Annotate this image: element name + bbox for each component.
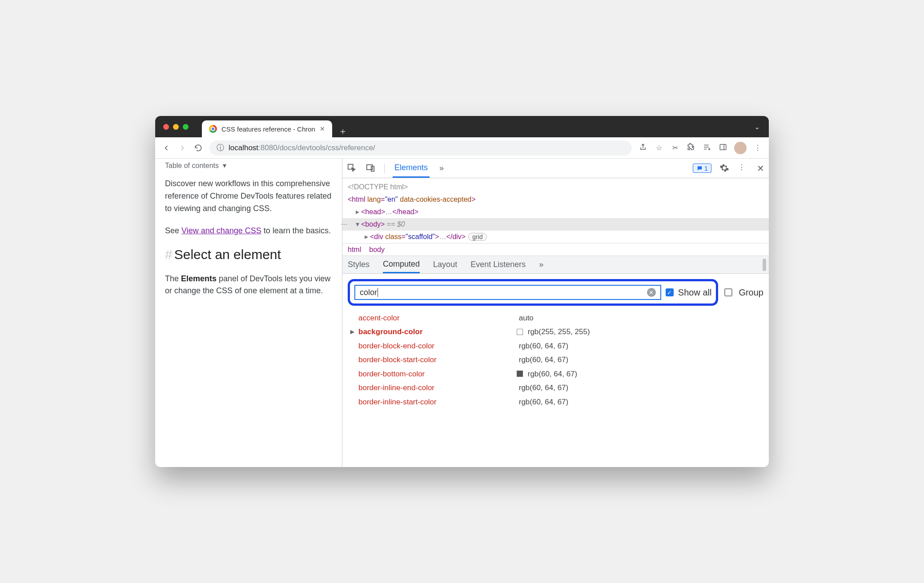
close-devtools-icon[interactable]: ✕ — [757, 163, 764, 174]
tab-title: CSS features reference - Chron — [221, 125, 315, 133]
property-name: ▸background-color — [348, 325, 517, 339]
bookmark-icon[interactable]: ☆ — [654, 144, 664, 152]
grid-badge[interactable]: grid — [468, 233, 486, 241]
forward-button — [177, 143, 187, 153]
reload-button[interactable] — [193, 143, 203, 153]
paragraph: See View and change CSS to learn the bas… — [165, 225, 332, 237]
tab-more-icon[interactable]: » — [438, 159, 446, 178]
property-row[interactable]: ▸background-color rgb(255, 255, 255) — [348, 325, 769, 339]
property-value: rgb(60, 64, 67) — [517, 395, 568, 409]
property-value: rgb(60, 64, 67) — [517, 381, 568, 395]
tab-list-chevron-icon[interactable]: ⌄ — [754, 123, 760, 131]
property-row[interactable]: border-block-end-color rgb(60, 64, 67) — [348, 339, 769, 353]
web-page: Table of contents ▾ Discover new workflo… — [155, 159, 342, 467]
subtab-event-listeners[interactable]: Event Listeners — [470, 256, 526, 273]
table-of-contents-toggle[interactable]: Table of contents ▾ — [165, 159, 332, 178]
dom-tree[interactable]: <!DOCTYPE html> <html lang="en" data-coo… — [342, 178, 769, 243]
clear-filter-icon[interactable]: ✕ — [647, 288, 656, 297]
anchor-hash-icon[interactable]: # — [165, 247, 173, 262]
expand-triangle-icon[interactable] — [356, 218, 359, 231]
browser-tab[interactable]: CSS features reference - Chron ✕ — [202, 120, 332, 137]
subtab-layout[interactable]: Layout — [433, 256, 457, 273]
computed-properties-list[interactable]: accent-color auto▸background-color rgb(2… — [342, 311, 769, 411]
property-row[interactable]: accent-color auto — [348, 311, 769, 325]
color-swatch-icon[interactable] — [517, 371, 523, 377]
svg-rect-0 — [720, 144, 726, 150]
expand-triangle-icon[interactable]: ▸ — [350, 325, 354, 339]
filter-input[interactable]: color ✕ — [354, 285, 661, 300]
property-name: border-inline-start-color — [348, 395, 517, 409]
show-all-checkbox[interactable]: ✓ — [666, 288, 674, 296]
share-icon[interactable] — [638, 143, 648, 153]
browser-window: CSS features reference - Chron ✕ ＋ ⌄ ⓘ l… — [155, 116, 769, 467]
site-info-icon[interactable]: ⓘ — [217, 143, 224, 153]
sidepanel-icon[interactable] — [718, 143, 728, 153]
subtab-styles[interactable]: Styles — [348, 256, 370, 273]
maximize-window-button[interactable] — [183, 124, 189, 130]
address-bar[interactable]: ⓘ localhost:8080/docs/devtools/css/refer… — [209, 140, 632, 156]
property-value: rgb(60, 64, 67) — [517, 339, 568, 353]
property-name: border-bottom-color — [348, 367, 517, 381]
browser-toolbar: ⓘ localhost:8080/docs/devtools/css/refer… — [155, 137, 769, 159]
paragraph: Discover new workflows in this comprehen… — [165, 178, 332, 215]
extensions-icon[interactable] — [686, 143, 696, 153]
property-name: border-block-start-color — [348, 353, 517, 367]
devtools-panel: Elements » 1 ⋮ ✕ <!DOCTYPE html> <html l… — [342, 159, 769, 467]
property-value: rgb(60, 64, 67) — [517, 353, 568, 367]
devtools-menu-icon[interactable]: ⋮ — [738, 163, 749, 174]
subtab-computed[interactable]: Computed — [383, 256, 420, 273]
paragraph: The Elements panel of DevTools lets you … — [165, 273, 332, 298]
property-name: accent-color — [348, 311, 517, 325]
back-button[interactable] — [161, 143, 171, 153]
tab-elements[interactable]: Elements — [393, 159, 430, 178]
inspect-element-icon[interactable] — [347, 163, 358, 174]
playlist-icon[interactable] — [702, 143, 712, 153]
device-toolbar-icon[interactable] — [366, 163, 376, 174]
settings-gear-icon[interactable] — [719, 163, 730, 174]
chrome-menu-icon[interactable]: ⋮ — [753, 144, 763, 152]
profile-avatar[interactable] — [734, 142, 747, 154]
group-checkbox[interactable] — [724, 288, 732, 296]
titlebar: CSS features reference - Chron ✕ ＋ ⌄ — [155, 116, 769, 137]
property-name: border-inline-end-color — [348, 381, 517, 395]
expand-triangle-icon[interactable] — [356, 206, 359, 218]
property-value: rgb(60, 64, 67) — [517, 367, 577, 381]
chrome-favicon-icon — [209, 125, 217, 133]
close-window-button[interactable] — [163, 124, 169, 130]
scissors-icon[interactable]: ✂ — [670, 144, 680, 152]
property-row[interactable]: border-inline-start-color rgb(60, 64, 67… — [348, 395, 769, 409]
close-tab-icon[interactable]: ✕ — [320, 125, 325, 132]
styles-subtabs: Styles Computed Layout Event Listeners » — [342, 256, 769, 274]
color-swatch-icon[interactable] — [517, 329, 523, 335]
link-view-change-css[interactable]: View and change CSS — [181, 226, 261, 235]
breadcrumb[interactable]: htmlbody — [342, 243, 769, 256]
issues-badge[interactable]: 1 — [693, 164, 711, 173]
property-row[interactable]: border-block-start-color rgb(60, 64, 67) — [348, 353, 769, 367]
property-value: rgb(255, 255, 255) — [517, 325, 590, 339]
expand-triangle-icon[interactable] — [365, 231, 368, 243]
property-name: border-block-end-color — [348, 339, 517, 353]
minimize-window-button[interactable] — [173, 124, 179, 130]
property-row[interactable]: border-bottom-color rgb(60, 64, 67) — [348, 367, 769, 381]
scrollbar[interactable] — [763, 259, 766, 271]
property-row[interactable]: border-inline-end-color rgb(60, 64, 67) — [348, 381, 769, 395]
new-tab-button[interactable]: ＋ — [338, 125, 347, 137]
devtools-tabbar: Elements » 1 ⋮ ✕ — [342, 159, 769, 178]
select-element-heading: #Select an element — [165, 247, 332, 262]
annotation-highlight: color ✕ ✓ Show all — [348, 279, 718, 306]
property-value: auto — [517, 311, 534, 325]
subtab-more-icon[interactable]: » — [539, 256, 543, 273]
